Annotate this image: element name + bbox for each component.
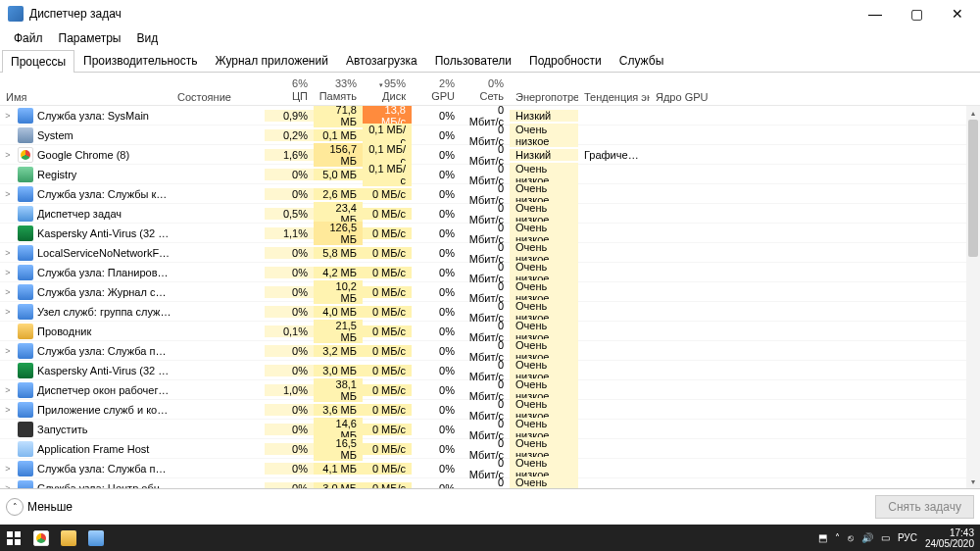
gpu-cell: 0% — [412, 110, 461, 122]
expand-icon[interactable]: > — [2, 287, 14, 297]
disk-cell: 0 МБ/с — [363, 286, 412, 298]
tray-chevron-icon[interactable]: ˄ — [835, 532, 840, 543]
process-name: Служба узла: SysMain — [37, 110, 172, 122]
tab-5[interactable]: Подробности — [520, 49, 611, 72]
process-name: Проводник — [37, 326, 172, 337]
header-status[interactable]: Состояние — [172, 73, 265, 103]
header-power[interactable]: Энергопотре... — [510, 73, 578, 103]
disk-cell: 0 МБ/с — [363, 404, 412, 416]
expand-icon[interactable]: > — [2, 150, 14, 160]
tray-language[interactable]: РУС — [898, 532, 917, 543]
header-gpu[interactable]: 0%Сеть — [461, 77, 510, 103]
disk-cell: 0 МБ/с — [363, 424, 412, 435]
header-net[interactable]: 2%GPU — [412, 77, 461, 103]
gpu-cell: 0% — [412, 482, 461, 489]
expand-icon[interactable]: > — [2, 248, 14, 258]
expand-icon[interactable]: > — [2, 464, 14, 474]
header-disk[interactable]: ▾95%Диск — [363, 77, 412, 103]
fewer-details-button[interactable]: ˄ Меньше — [6, 498, 73, 516]
tab-0[interactable]: Процессы — [2, 50, 74, 73]
gpu-cell: 0% — [412, 208, 461, 220]
process-icon — [18, 186, 33, 202]
taskbar-taskmgr-icon[interactable] — [82, 525, 110, 551]
process-icon — [18, 167, 33, 182]
process-grid: >Служба узла: SysMain0,9%71,8 МБ13,8 МБ/… — [0, 106, 980, 488]
taskbar-chrome-icon[interactable] — [27, 525, 55, 551]
expand-icon[interactable]: > — [2, 189, 14, 199]
menu-2[interactable]: Вид — [128, 29, 166, 47]
cpu-cell: 1,1% — [265, 227, 314, 239]
svg-rect-1 — [15, 531, 21, 537]
gpu-cell: 0% — [412, 247, 461, 259]
trend-cell: Графическ... — [578, 149, 650, 161]
process-name: Kaspersky Anti-Virus (32 бита) — [37, 227, 172, 239]
titlebar: Диспетчер задач — ▢ ✕ — [0, 0, 980, 27]
memory-cell: 21,5 МБ — [314, 320, 363, 343]
memory-cell: 10,2 МБ — [314, 280, 363, 304]
tab-6[interactable]: Службы — [611, 49, 672, 72]
memory-cell: 126,5 МБ — [314, 222, 363, 245]
close-button[interactable]: ✕ — [937, 0, 978, 27]
power-cell: Низкий — [510, 110, 578, 122]
scroll-down-icon[interactable]: ▾ — [966, 475, 980, 488]
start-button[interactable] — [0, 531, 27, 545]
cpu-cell: 0% — [265, 345, 314, 357]
cpu-cell: 0% — [265, 463, 314, 475]
process-name: Служба узла: Служба пользов... — [37, 463, 172, 475]
expand-icon[interactable]: > — [2, 483, 14, 489]
tab-1[interactable]: Производительность — [74, 49, 206, 72]
gpu-cell: 0% — [412, 345, 461, 357]
memory-cell: 3,0 МБ — [314, 482, 363, 489]
header-cpu[interactable]: 6%ЦП — [265, 77, 314, 103]
header-engine[interactable]: Ядро GPU — [650, 73, 718, 103]
process-name: LocalServiceNoNetworkFirewall ... — [37, 247, 172, 259]
process-icon — [18, 147, 33, 163]
menu-0[interactable]: Файл — [6, 29, 51, 47]
minimize-button[interactable]: — — [855, 0, 896, 27]
tab-4[interactable]: Пользователи — [426, 49, 520, 72]
scrollbar[interactable]: ▴ ▾ — [966, 106, 980, 488]
process-name: Запустить — [37, 424, 172, 435]
expand-icon[interactable]: > — [2, 111, 14, 121]
memory-cell: 3,6 МБ — [314, 404, 363, 416]
footer: ˄ Меньше Снять задачу — [0, 488, 980, 525]
gpu-cell: 0% — [412, 169, 461, 180]
gpu-cell: 0% — [412, 306, 461, 318]
tray-app-icon[interactable]: ⬒ — [818, 532, 827, 543]
disk-cell: 0 МБ/с — [363, 306, 412, 318]
header-trend[interactable]: Тенденция эн... — [578, 73, 650, 103]
power-cell: Низкий — [510, 149, 578, 161]
process-icon — [18, 363, 33, 378]
tray-volume-icon[interactable]: 🔊 — [861, 532, 873, 543]
column-headers: Имя Состояние 6%ЦП 33%Память ▾95%Диск 2%… — [0, 73, 980, 106]
process-icon — [18, 422, 33, 437]
expand-icon[interactable]: > — [2, 405, 14, 415]
header-memory[interactable]: 33%Память — [314, 77, 363, 103]
tab-3[interactable]: Автозагрузка — [337, 49, 426, 72]
expand-icon[interactable]: > — [2, 268, 14, 277]
header-name[interactable]: Имя — [0, 73, 172, 103]
process-row[interactable]: >Служба узла: Центр обновлен...0%3,0 МБ0… — [0, 478, 966, 488]
scroll-thumb[interactable] — [968, 120, 978, 257]
gpu-cell: 0% — [412, 286, 461, 298]
taskbar-clock[interactable]: 17:43 24/05/2020 — [925, 527, 974, 549]
tray-battery-icon[interactable]: ▭ — [881, 532, 890, 543]
chevron-up-icon: ˄ — [6, 498, 24, 516]
end-task-button[interactable]: Снять задачу — [875, 495, 974, 519]
scroll-up-icon[interactable]: ▴ — [966, 106, 980, 120]
svg-rect-3 — [15, 539, 21, 545]
disk-cell: 0 МБ/с — [363, 247, 412, 259]
expand-icon[interactable]: > — [2, 346, 14, 356]
menu-1[interactable]: Параметры — [51, 29, 129, 47]
maximize-button[interactable]: ▢ — [896, 0, 937, 27]
expand-icon[interactable]: > — [2, 385, 14, 395]
expand-icon[interactable]: > — [2, 307, 14, 317]
process-icon — [18, 441, 33, 457]
taskbar-explorer-icon[interactable] — [55, 525, 82, 551]
tray-wifi-icon[interactable]: ⎋ — [848, 532, 854, 543]
gpu-cell: 0% — [412, 443, 461, 455]
gpu-cell: 0% — [412, 424, 461, 435]
memory-cell: 3,2 МБ — [314, 345, 363, 357]
process-icon — [18, 284, 33, 300]
tab-2[interactable]: Журнал приложений — [207, 49, 337, 72]
